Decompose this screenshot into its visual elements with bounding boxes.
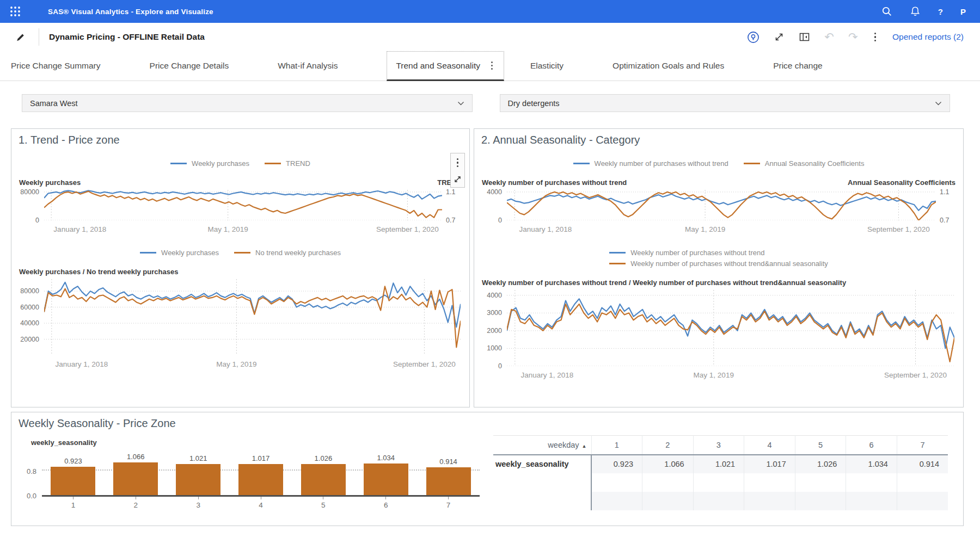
object-kebab-menu-icon[interactable] — [455, 157, 461, 169]
x-tick-label: September 1, 2020 — [376, 225, 439, 233]
bar-value-label: 1.026 — [315, 454, 333, 462]
maximize-object-icon[interactable] — [454, 175, 462, 183]
table-empty-row — [493, 473, 948, 492]
bar-tick-mark — [385, 497, 386, 499]
table-column-header[interactable]: 3 — [693, 436, 744, 455]
legend-label: Weekly number of purchases without trend — [595, 159, 728, 168]
table-column-header[interactable]: 2 — [642, 436, 694, 455]
legend-swatch-blue — [609, 252, 626, 254]
bar-plot: 0.9231.0661.0211.0171.0261.0340.914 — [42, 450, 480, 497]
bar-area: 0.80.00.9231.0661.0211.0171.0261.0340.91… — [19, 450, 480, 497]
bar-slot: 1.034 — [354, 454, 417, 495]
line-chart-svg — [507, 290, 954, 366]
table-column-header[interactable]: 4 — [744, 436, 795, 455]
legend-swatch-blue — [573, 163, 590, 164]
table-column-header[interactable]: 7 — [897, 436, 948, 455]
tab-kebab-menu-icon[interactable] — [489, 60, 495, 71]
y-tick: 4000 — [487, 188, 502, 196]
bar-tick-mark — [136, 497, 136, 499]
report-toolbar: Dynamic Pricing - OFFLINE Retail Data ↶ … — [0, 23, 980, 51]
tab-what-if-analysis[interactable]: What-if Analysis — [278, 51, 338, 81]
bar-y-tick: 0.8 — [27, 467, 36, 475]
table-cell: 1.017 — [744, 455, 795, 473]
right-y-axis: 1.10.7 — [442, 190, 469, 220]
notifications-bell-icon[interactable] — [910, 6, 921, 17]
price-zone-value: Samara West — [30, 99, 78, 108]
toolbar-kebab-menu-icon[interactable] — [872, 32, 879, 43]
table-cell — [642, 492, 694, 510]
tab-price-change-details[interactable]: Price Change Details — [150, 51, 229, 81]
table-cell: 0.914 — [897, 455, 948, 473]
plot-area — [507, 190, 936, 220]
undo-icon[interactable]: ↶ — [824, 32, 834, 43]
legend-item: Weekly purchases — [170, 159, 249, 168]
table-column-header[interactable]: 6 — [846, 436, 897, 455]
bar — [51, 467, 95, 495]
tab-price-change-summary[interactable]: Price Change Summary — [11, 51, 101, 81]
table-sort-header-weekday[interactable]: weekday▲ — [493, 436, 591, 455]
chart-row: 40003000200010000 — [474, 290, 963, 366]
bar-x-axis: 1234567 — [42, 497, 480, 509]
x-tick-label: May 1, 2019 — [216, 360, 256, 368]
left-axis-title: Weekly purchases — [19, 178, 81, 187]
y-tick: 80000 — [20, 287, 39, 295]
table-cell — [846, 492, 897, 510]
x-tick-label: May 1, 2019 — [685, 225, 725, 233]
tab-label: Trend and Seasonality — [396, 61, 480, 71]
legend-swatch-orange — [234, 252, 250, 254]
legend-swatch-blue — [170, 163, 187, 164]
kebab-dot — [491, 61, 493, 63]
tab-trend-and-seasonality[interactable]: Trend and Seasonality — [387, 51, 504, 81]
tab-bar: Price Change SummaryPrice Change Details… — [0, 51, 980, 81]
user-avatar[interactable]: P — [960, 7, 966, 16]
bar-slot: 0.914 — [417, 458, 480, 495]
panel-annual-seasonality: 2. Annual Seasonality - Category Weekly … — [474, 128, 964, 407]
y-tick: 60000 — [20, 304, 39, 311]
bar — [426, 467, 471, 495]
x-tick-label: January 1, 2018 — [519, 225, 572, 233]
search-icon[interactable] — [881, 6, 892, 17]
legend-row: Weekly number of purchases without trend — [609, 249, 764, 257]
price-zone-dropdown[interactable]: Samara West — [22, 94, 473, 112]
insights-lightbulb-icon[interactable] — [747, 31, 759, 44]
redo-icon[interactable]: ↷ — [848, 32, 858, 43]
opened-reports-link[interactable]: Opened reports (2) — [892, 32, 964, 42]
filter-row: Samara West Dry detergents — [0, 81, 980, 112]
table-column-header[interactable]: 5 — [795, 436, 846, 455]
legend-row: Weekly purchasesNo trend weekly purchase… — [140, 249, 341, 257]
chart-row: 80000600004000020000 — [11, 279, 469, 355]
chart-row: 400001.10.7 — [474, 190, 963, 220]
legend-item: Weekly purchases — [140, 249, 219, 257]
toolbar-divider — [39, 28, 39, 46]
bar-y-tick: 0.0 — [27, 492, 36, 500]
table-cell — [897, 473, 948, 492]
bar-slot: 1.026 — [292, 454, 354, 495]
tab-price-change[interactable]: Price change — [773, 51, 822, 81]
y-tick: 0 — [498, 362, 502, 370]
toggle-panel-icon[interactable] — [799, 32, 810, 42]
right-y-axis: 1.10.7 — [936, 190, 963, 220]
x-tick-label: May 1, 2019 — [208, 225, 248, 233]
category-dropdown[interactable]: Dry detergents — [500, 94, 951, 112]
app-switcher-waffle-icon[interactable] — [8, 4, 23, 19]
bar-y-axis: 0.80.0 — [19, 450, 42, 497]
help-icon[interactable]: ? — [938, 7, 943, 16]
app-bar: SAS® Visual Analytics - Explore and Visu… — [0, 0, 980, 23]
table-column-header[interactable]: 1 — [591, 436, 642, 455]
bar-category: 7 — [417, 497, 480, 509]
bar-category-label: 1 — [71, 501, 76, 509]
legend-label: Annual Seasonality Coefficients — [765, 159, 865, 168]
annual-bottom-chart: Weekly number of purchases without trend… — [474, 249, 963, 381]
bar-category-label: 2 — [134, 501, 138, 509]
annual-top-chart: Weekly number of purchases without trend… — [474, 159, 963, 236]
tab-optimization-goals-and-rules[interactable]: Optimization Goals and Rules — [612, 51, 724, 81]
legend-label: TREND — [286, 159, 310, 168]
object-hover-toolbar — [450, 153, 465, 188]
edit-pencil-icon[interactable] — [15, 32, 26, 42]
app-title: SAS® Visual Analytics - Explore and Visu… — [48, 8, 213, 16]
bar-category: 3 — [167, 497, 230, 509]
x-tick-label: May 1, 2019 — [694, 371, 734, 379]
fullscreen-expand-icon[interactable] — [774, 32, 785, 42]
table-row-label: weekly_seasonality — [493, 455, 591, 473]
tab-elasticity[interactable]: Elasticity — [530, 51, 564, 81]
